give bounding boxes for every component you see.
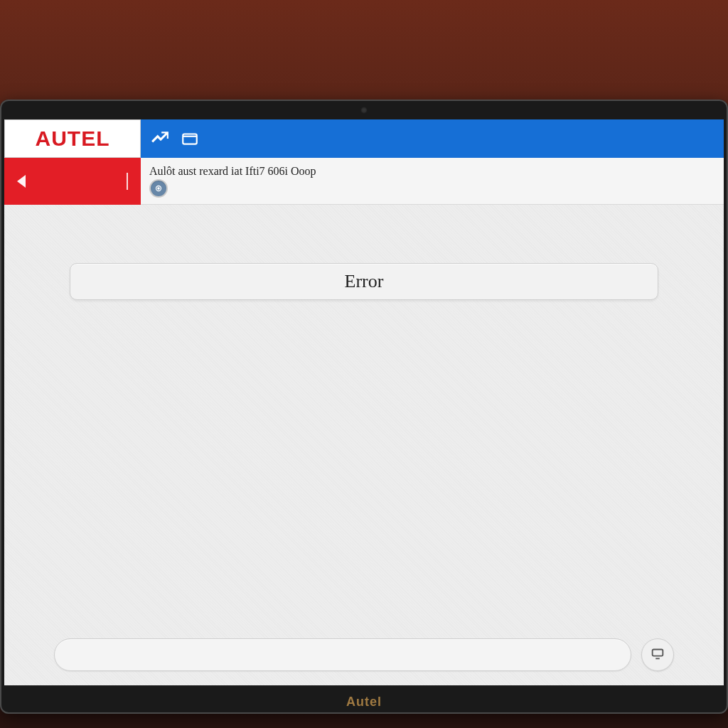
status-text: Error bbox=[345, 271, 384, 292]
keyboard-button[interactable] bbox=[641, 638, 674, 671]
svg-rect-3 bbox=[653, 650, 663, 656]
tool-icon[interactable] bbox=[151, 129, 169, 148]
breadcrumb: Aulôt aust rexard iat Ifti7 606i Ooop bbox=[141, 158, 724, 205]
tablet-frame: Autel AUTEL Aulôt aust rex bbox=[0, 0, 728, 728]
device-camera bbox=[360, 107, 368, 114]
text-input[interactable] bbox=[54, 638, 631, 671]
title-bar bbox=[141, 119, 724, 158]
panel-divider bbox=[127, 173, 128, 190]
screen: AUTEL Aulôt aust rexard iat Ifti7 606i O… bbox=[4, 119, 724, 685]
status-banner: Error bbox=[70, 263, 658, 300]
device-brand-label: Autel bbox=[346, 695, 382, 710]
svg-rect-0 bbox=[183, 134, 197, 144]
keyboard-icon bbox=[650, 646, 665, 664]
content-area: Error bbox=[4, 205, 724, 685]
back-panel[interactable] bbox=[4, 158, 141, 205]
breadcrumb-text: Aulôt aust rexard iat Ifti7 606i Ooop bbox=[149, 165, 715, 178]
back-arrow-icon bbox=[17, 175, 26, 188]
brand-logo-text: AUTEL bbox=[36, 127, 110, 151]
folder-icon[interactable] bbox=[181, 129, 199, 148]
svg-point-2 bbox=[158, 187, 159, 188]
bottom-input-row bbox=[54, 638, 674, 671]
brand-logo: AUTEL bbox=[4, 119, 141, 158]
target-icon[interactable] bbox=[149, 179, 168, 198]
sub-header: Aulôt aust rexard iat Ifti7 606i Ooop bbox=[4, 158, 724, 205]
top-bar: AUTEL bbox=[4, 119, 724, 158]
